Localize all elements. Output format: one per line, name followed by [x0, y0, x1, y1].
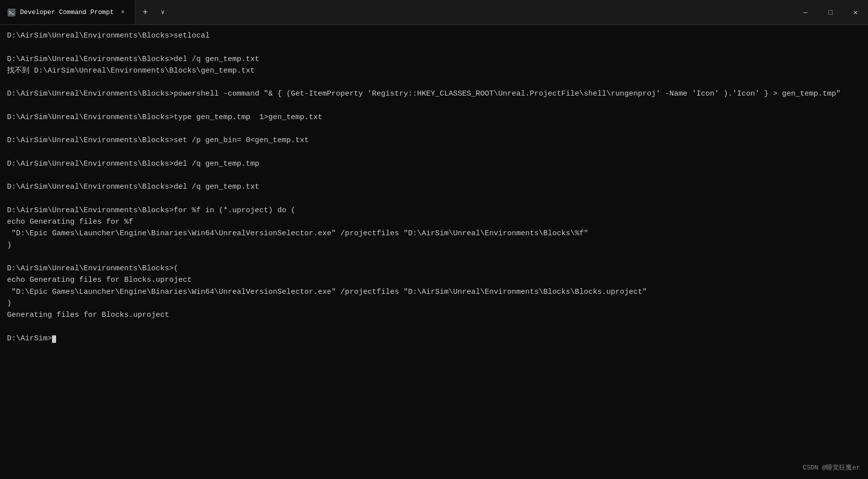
- terminal-line: D:\AirSim\Unreal\Environments\Blocks>typ…: [7, 112, 861, 123]
- terminal-line: D:\AirSim\Unreal\Environments\Blocks>del…: [7, 181, 861, 193]
- terminal-line: echo Generating files for %f: [7, 216, 861, 228]
- terminal-output[interactable]: D:\AirSim\Unreal\Environments\Blocks>set…: [0, 25, 868, 479]
- terminal-line: "D:\Epic Games\Launcher\Engine\Binaries\…: [7, 286, 861, 298]
- close-button[interactable]: ✕: [843, 0, 868, 25]
- terminal-line: [7, 42, 861, 53]
- terminal-line: echo Generating files for Blocks.uprojec…: [7, 274, 861, 286]
- new-tab-button[interactable]: +: [135, 0, 155, 25]
- terminal-line: D:\AirSim\Unreal\Environments\Blocks>pow…: [7, 88, 861, 100]
- terminal-line: D:\AirSim>: [7, 333, 861, 344]
- tab-label: Developer Command Prompt: [20, 9, 114, 16]
- tab-close-button[interactable]: ×: [118, 8, 128, 18]
- terminal-line: D:\AirSim\Unreal\Environments\Blocks>set…: [7, 30, 861, 42]
- terminal-line: [7, 193, 861, 205]
- terminal-icon: [7, 8, 16, 17]
- terminal-line: [7, 170, 861, 181]
- minimize-button[interactable]: —: [793, 0, 818, 25]
- terminal-line: ): [7, 240, 861, 251]
- terminal-line: [7, 321, 861, 332]
- window-controls: — □ ✕: [793, 0, 868, 25]
- terminal-line: [7, 100, 861, 112]
- terminal-line: D:\AirSim\Unreal\Environments\Blocks>for…: [7, 205, 861, 216]
- terminal-line: D:\AirSim\Unreal\Environments\Blocks>del…: [7, 54, 861, 65]
- terminal-line: [7, 123, 861, 135]
- tab-dropdown-button[interactable]: ∨: [155, 0, 170, 25]
- terminal-line: Generating files for Blocks.uproject: [7, 309, 861, 321]
- terminal-line: 找不到 D:\AirSim\Unreal\Environments\Blocks…: [7, 65, 861, 77]
- terminal-line: D:\AirSim\Unreal\Environments\Blocks>(: [7, 263, 861, 274]
- title-bar: Developer Command Prompt × + ∨ — □ ✕: [0, 0, 868, 25]
- terminal-line: D:\AirSim\Unreal\Environments\Blocks>del…: [7, 158, 861, 170]
- terminal-window: Developer Command Prompt × + ∨ — □ ✕ D:\…: [0, 0, 868, 479]
- terminal-cursor: [52, 335, 56, 343]
- maximize-button[interactable]: □: [818, 0, 843, 25]
- watermark: CSDN @睡觉狂魔er: [803, 463, 860, 473]
- tab-area: Developer Command Prompt × + ∨: [0, 0, 793, 25]
- active-tab[interactable]: Developer Command Prompt ×: [0, 0, 135, 25]
- terminal-line: "D:\Epic Games\Launcher\Engine\Binaries\…: [7, 228, 861, 239]
- terminal-line: D:\AirSim\Unreal\Environments\Blocks>set…: [7, 135, 861, 146]
- terminal-line: [7, 251, 861, 263]
- terminal-line: ): [7, 298, 861, 309]
- terminal-line: [7, 147, 861, 158]
- terminal-line: [7, 77, 861, 88]
